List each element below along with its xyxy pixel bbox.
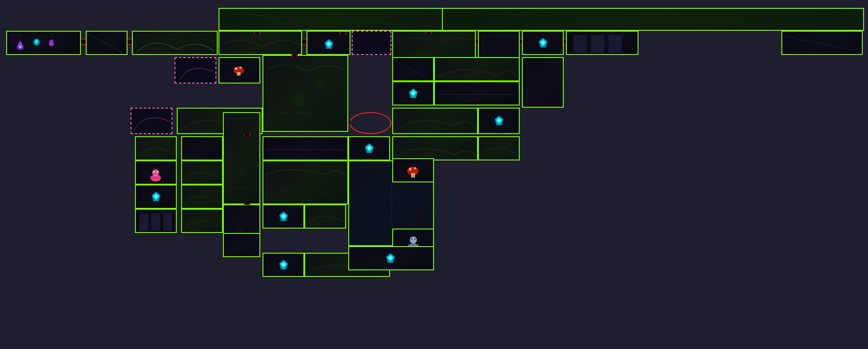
room-r34 [263, 136, 348, 160]
room-r39 [181, 160, 223, 185]
room-r17-pink [175, 57, 216, 84]
room-top-right-wide [442, 8, 864, 31]
room-r50 [223, 233, 260, 257]
svg-point-27 [235, 67, 237, 70]
svg-point-70 [414, 238, 416, 240]
svg-point-35 [412, 91, 415, 95]
svg-point-76 [282, 263, 285, 266]
svg-point-46 [368, 146, 371, 150]
room-r42-mushroom [392, 158, 434, 182]
room-r7 [306, 31, 350, 55]
svg-line-0 [224, 13, 435, 26]
room-r5 [219, 31, 302, 55]
connector-h-4 [391, 39, 392, 45]
room-r48-gem [263, 204, 304, 229]
room-r35-gem [348, 136, 390, 160]
svg-point-69 [411, 238, 412, 240]
room-r12 [522, 31, 564, 55]
svg-point-49 [153, 171, 155, 173]
iet-label: IEt [489, 158, 595, 186]
svg-rect-62 [163, 213, 172, 231]
svg-rect-56 [411, 173, 415, 178]
svg-point-30 [292, 93, 305, 106]
connector-h-1 [81, 39, 86, 45]
room-r29 [392, 108, 478, 134]
connector-h-3 [302, 39, 306, 45]
room-r24 [434, 81, 520, 105]
room-r30-gem [478, 108, 520, 134]
svg-point-79 [389, 256, 392, 260]
svg-rect-61 [151, 213, 160, 231]
svg-point-48 [152, 169, 159, 176]
room-r37 [478, 136, 520, 160]
room-r22-gem [392, 81, 434, 105]
svg-point-21 [541, 41, 545, 44]
connector-h-7 [564, 39, 566, 45]
svg-point-68 [410, 236, 417, 244]
svg-point-28 [240, 67, 242, 69]
connector-v-2 [340, 32, 346, 34]
room-r18 [219, 57, 260, 84]
connector-v-3 [426, 32, 432, 34]
svg-rect-29 [237, 72, 241, 76]
svg-point-41 [497, 119, 501, 122]
room-r32 [181, 136, 223, 160]
room-r23 [434, 57, 520, 81]
svg-line-2 [447, 12, 861, 27]
room-r3 [132, 31, 218, 55]
svg-point-16 [327, 42, 331, 46]
svg-rect-24 [609, 35, 622, 53]
room-r46 [181, 209, 223, 233]
svg-point-67 [282, 214, 285, 218]
room-r8-pink [352, 31, 391, 55]
connector-v-1 [254, 32, 260, 34]
connector-v-4 [292, 54, 298, 57]
svg-point-31 [316, 78, 325, 87]
svg-point-7 [19, 46, 22, 48]
svg-line-25 [784, 36, 859, 51]
connector-h-5 [476, 39, 478, 45]
room-r38-pink [135, 160, 177, 185]
room-r16 [781, 31, 863, 55]
svg-line-1 [241, 11, 307, 29]
svg-point-50 [157, 171, 158, 173]
room-r28-oval [350, 112, 391, 134]
connector-h-6 [520, 39, 522, 45]
room-r49 [304, 204, 346, 229]
room-r1 [6, 31, 81, 55]
svg-rect-22 [573, 35, 587, 53]
room-r45 [135, 209, 177, 233]
connector-r28 [350, 119, 350, 125]
connector-h-2 [128, 39, 132, 45]
room-r44 [181, 185, 223, 209]
connector-v-5 [244, 134, 250, 136]
room-r43-gem [135, 185, 177, 209]
svg-line-13 [89, 34, 124, 54]
svg-point-12 [49, 40, 54, 43]
room-r25 [522, 57, 564, 108]
room-r13-iet [566, 31, 638, 55]
room-top-strip [219, 8, 443, 31]
svg-line-32 [395, 60, 430, 80]
svg-point-55 [414, 167, 416, 170]
room-r19 [263, 55, 348, 132]
room-r40 [263, 160, 348, 204]
svg-rect-37 [527, 62, 560, 104]
map-container: IEt [0, 0, 868, 349]
svg-line-38 [532, 67, 556, 104]
svg-point-54 [409, 168, 412, 171]
svg-point-59 [154, 195, 158, 198]
connector-v-6 [244, 203, 250, 205]
room-r31 [135, 136, 177, 160]
room-r51-gem [263, 253, 304, 277]
svg-rect-60 [139, 213, 148, 231]
room-r36 [392, 136, 478, 160]
room-r26-pink [131, 108, 172, 134]
room-r21 [392, 57, 434, 81]
room-r33 [223, 112, 260, 204]
svg-rect-23 [591, 35, 604, 53]
room-r53-gem [348, 246, 434, 270]
room-r2 [86, 31, 128, 55]
